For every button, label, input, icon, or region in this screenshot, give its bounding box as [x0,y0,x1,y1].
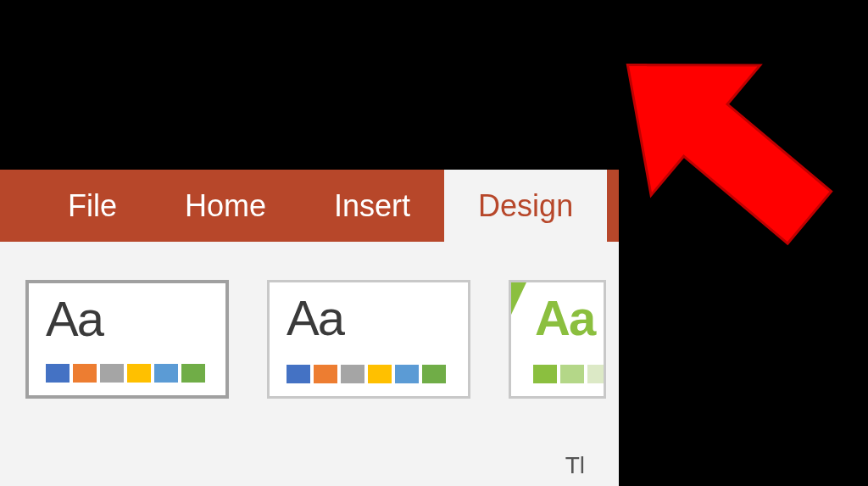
theme-preview-text: Aa [535,289,594,346]
tab-design[interactable]: Design [444,170,607,242]
theme-preview-text: Aa [46,290,103,347]
theme-color-swatches [46,364,205,383]
theme-color-swatches [533,365,606,383]
swatch [73,364,97,383]
swatch [127,364,151,383]
ribbon-area: File Home Insert Design Aa Aa [0,170,619,486]
swatch [368,365,392,383]
swatch [314,365,337,383]
theme-color-swatches [287,365,446,383]
theme-preview-text: Aa [287,289,343,346]
swatch [587,365,606,383]
swatch [100,364,124,383]
swatch [560,365,584,383]
swatch [154,364,178,383]
theme-thumbnail-1[interactable]: Aa [25,280,229,399]
swatch [395,365,419,383]
swatch [181,364,205,383]
swatch [287,365,310,383]
ribbon-content: Aa Aa Aa [0,242,619,486]
ribbon-group-label: Tl [565,452,585,479]
theme-corner-accent [511,282,526,315]
tab-file[interactable]: File [34,170,151,242]
theme-thumbnail-2[interactable]: Aa [267,280,470,399]
tab-home[interactable]: Home [151,170,300,242]
swatch [46,364,70,383]
swatch [422,365,446,383]
tab-insert[interactable]: Insert [300,170,444,242]
swatch [533,365,557,383]
theme-thumbnail-3[interactable]: Aa [509,280,606,399]
swatch [341,365,364,383]
ribbon-tabs-bar: File Home Insert Design [0,170,619,242]
